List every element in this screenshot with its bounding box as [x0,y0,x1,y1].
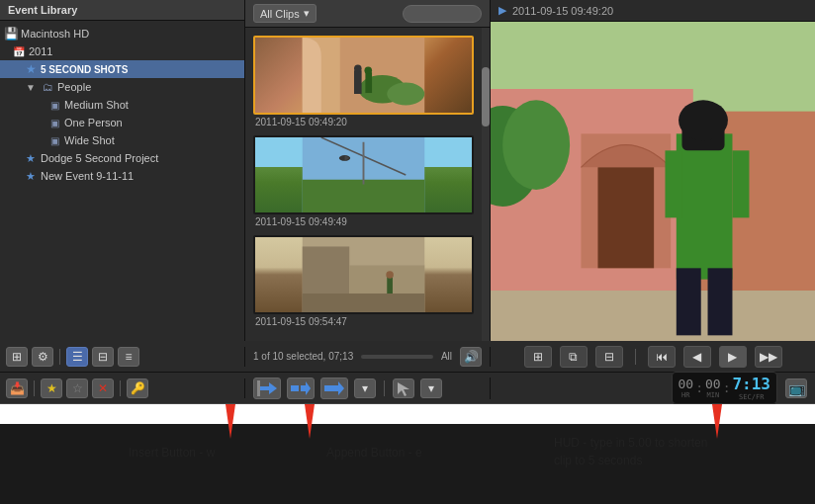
append-annotation-text: Append Button - e [326,446,422,460]
append-dropdown[interactable]: ▾ [354,378,376,398]
svg-rect-31 [665,150,681,217]
svg-point-3 [387,83,424,106]
sidebar-label-5-second: 5 SECOND SHOTS [41,64,128,75]
sidebar-label-dodge: Dodge 5 Second Project [41,152,158,164]
sidebar-item-wide-shot[interactable]: ▣ Wide Shot [0,131,244,149]
sidebar-label-one-person: One Person [64,117,123,128]
clip-icon-one-person: ▣ [47,116,61,129]
svg-rect-32 [732,150,749,217]
clip-item-1[interactable]: 2011-09-15 09:49:20 [253,36,474,127]
clips-list[interactable]: 2011-09-15 09:49:20 [245,28,482,341]
svg-rect-6 [365,72,372,93]
svg-rect-28 [677,133,733,279]
clip-thumb-3[interactable] [253,235,474,314]
grid-view-btn[interactable]: ⊟ [92,347,114,367]
select-dropdown[interactable]: ▾ [420,378,442,398]
hud-annotation-text: HUD - type in 5.00 to shortenclip to 5 s… [554,434,707,469]
sidebar-tree[interactable]: 💾 Macintosh HD 📅 2011 ★ 5 SECOND SHOTS ▼… [0,21,244,341]
svg-rect-27 [491,291,815,341]
sidebar-label-2011: 2011 [29,45,52,57]
svg-point-7 [364,66,372,74]
svg-rect-37 [257,380,260,396]
insert-btn[interactable] [253,378,281,399]
play-btn[interactable]: ▶ [719,346,747,368]
clip-item-2[interactable]: 2011-09-15 09:49:49 [253,135,474,227]
forward-btn[interactable]: ▶▶ [755,346,782,368]
select-tool-btn[interactable] [393,378,414,398]
append-arrow [305,404,315,439]
insert-with-gap-btn[interactable] [287,378,315,399]
library-view-btn[interactable]: ⊞ [6,347,28,367]
clip-scene-3 [255,237,472,312]
rewind-btn[interactable]: ⏮ [648,346,676,368]
preview-timecode: 2011-09-15 09:49:20 [512,5,613,17]
svg-marker-36 [269,382,277,394]
insert-gap-icon [291,380,311,396]
append-icon [324,380,344,396]
clip-scrubber[interactable] [361,355,433,359]
timecode-min-label: MIN [706,391,719,399]
clips-search-input[interactable] [403,5,482,23]
video-display-btn[interactable]: 📺 [785,378,807,398]
svg-point-30 [679,100,728,140]
timecode-sep1: : [695,380,703,395]
svg-rect-4 [354,70,362,94]
svg-point-19 [386,271,394,279]
reject-btn[interactable]: ✕ [92,378,114,398]
sidebar-label-people: People [57,81,91,93]
clip-thumb-1[interactable] [253,36,474,115]
sidebar-item-5-second-shots[interactable]: ★ 5 SECOND SHOTS [0,60,244,78]
sidebar-item-people[interactable]: ▼ 🗂 People [0,78,244,96]
event-icon-new: ★ [24,169,38,183]
clip-thumb-2[interactable] [253,135,474,214]
all-label: All [441,351,452,362]
sidebar-item-one-person[interactable]: ▣ One Person [0,114,244,131]
sidebar-item-medium-shot[interactable]: ▣ Medium Shot [0,96,244,114]
favorite-btn[interactable]: ★ [41,378,62,398]
fit-btn[interactable]: ⊞ [524,346,552,368]
annotations-area: Insert Button - w Append Button - e HUD … [0,404,815,424]
toolbar-left-1: ⊞ ⚙ ☰ ⊟ ≡ [0,347,245,367]
timecode-secfr-label: SEC/FR [739,393,764,401]
clip-scene-1 [255,38,472,113]
svg-point-5 [354,65,362,73]
hud-timecode-display[interactable]: 00 HR : 00 MIN : 7:13 SEC/FR [672,372,778,404]
all-clips-dropdown[interactable]: All Clips ▾ [253,4,317,23]
clip-icon-wide: ▣ [47,133,61,147]
unfavorite-btn[interactable]: ☆ [66,378,88,398]
sidebar-label-wide-shot: Wide Shot [64,134,115,146]
sidebar-label-macintosh-hd: Macintosh HD [21,28,89,40]
sidebar-item-macintosh-hd[interactable]: 💾 Macintosh HD [0,25,244,42]
clips-scrollbar-thumb[interactable] [482,67,490,126]
split-btn[interactable]: ⊟ [595,346,623,368]
sidebar-label-medium-shot: Medium Shot [64,99,129,111]
selection-info: 1 of 10 selected, 07;13 [253,351,353,362]
clips-panel: All Clips ▾ [245,0,491,341]
crop-btn[interactable]: ⧉ [560,346,588,368]
event-library-sidebar: Event Library 💾 Macintosh HD 📅 2011 ★ 5 … [0,0,245,341]
detail-view-btn[interactable]: ≡ [118,347,139,367]
clip-item-3[interactable]: 2011-09-15 09:54:47 [253,235,474,327]
audio-toggle-btn[interactable]: 🔊 [460,347,482,367]
clips-header: All Clips ▾ [245,0,490,28]
svg-marker-42 [338,381,344,395]
sidebar-item-new-event[interactable]: ★ New Event 9-11-11 [0,167,244,185]
svg-marker-40 [306,381,311,395]
svg-point-24 [502,100,570,190]
svg-rect-9 [303,180,425,212]
append-btn[interactable] [320,378,348,399]
import-btn[interactable]: 📥 [6,378,28,398]
toolbar-row-1: ⊞ ⚙ ☰ ⊟ ≡ 1 of 10 selected, 07;13 All 🔊 … [0,341,815,373]
insert-annotation-text: Insert Button - w [129,446,215,460]
star-icon: ★ [24,62,38,76]
insert-arrow [226,404,235,439]
prev-frame-btn[interactable]: ◀ [683,346,711,368]
keyword-btn[interactable]: 🔑 [127,378,148,398]
sidebar-item-dodge-second[interactable]: ★ Dodge 5 Second Project [0,149,244,167]
list-view-btn[interactable]: ☰ [66,347,88,367]
clips-scrollbar[interactable] [482,28,490,341]
settings-btn[interactable]: ⚙ [32,347,53,367]
sidebar-item-2011[interactable]: 📅 2011 [0,42,244,60]
timecode-sep2: : [723,380,731,395]
dropdown-arrow-icon: ▾ [304,7,310,20]
